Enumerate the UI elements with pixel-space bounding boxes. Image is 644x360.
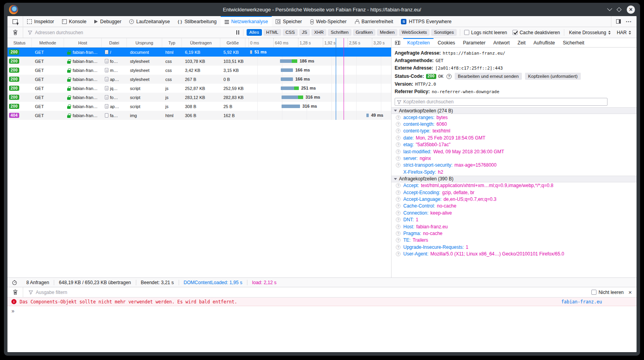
tab-barrierefreiheit[interactable]: Barrierefreiheit (351, 16, 397, 27)
raw-headers-button[interactable]: Kopfzeilen (unformatiert) (525, 73, 581, 80)
table-row[interactable]: 200GETfabian-fran…ap…scriptjs308 B25 B31… (7, 102, 391, 111)
performance-analysis-button[interactable] (7, 280, 22, 285)
har-dropdown[interactable]: HAR (617, 30, 631, 35)
tab-netzwerkanalyse[interactable]: Netzwerkanalyse (221, 16, 272, 27)
throttling-dropdown[interactable]: Keine Drosselung (569, 30, 611, 35)
maximize-button[interactable] (617, 7, 622, 12)
host-cell: fabian-fran… (64, 84, 102, 93)
help-icon[interactable]: ? (396, 136, 401, 140)
details-tab-antwort[interactable]: Antwort (489, 38, 514, 47)
help-icon[interactable]: ? (396, 156, 401, 161)
column-header-uebertragen[interactable]: Übertragen (182, 38, 220, 47)
column-header-status[interactable]: Status (7, 38, 32, 47)
status-cell: 200 (7, 84, 32, 93)
help-icon[interactable]: ? (396, 245, 401, 250)
tab-debugger[interactable]: Debugger (90, 16, 125, 27)
help-icon[interactable]: ? (396, 231, 401, 236)
status-code-row: Status-Code: 200 OK ? Bearbeiten und ern… (392, 72, 637, 81)
help-icon[interactable]: ? (396, 252, 401, 256)
load-time[interactable]: load: 2,12 s (247, 280, 281, 285)
persist-console-checkbox[interactable]: Nicht leeren (591, 290, 624, 295)
column-header-ursprung[interactable]: Ursprung (127, 38, 162, 47)
tab-konsole[interactable]: Konsole (58, 16, 90, 27)
details-tab-sicherheit[interactable]: Sicherheit (559, 38, 588, 47)
details-tab-zeit[interactable]: Zeit (514, 38, 530, 47)
help-icon[interactable]: ? (396, 183, 401, 188)
rollup-button[interactable] (607, 6, 612, 11)
pick-element-button[interactable] (7, 16, 23, 27)
column-header-host[interactable]: Host (64, 38, 102, 47)
console-filter-input[interactable] (36, 290, 591, 295)
section-header[interactable]: Anfragekopfzeilen (390 B) (392, 176, 637, 182)
help-icon[interactable]: ? (396, 129, 401, 133)
details-tab-kopfzeilen[interactable]: Kopfzeilen (403, 38, 434, 47)
details-tab-cookies[interactable]: Cookies (434, 38, 459, 47)
close-window-button[interactable]: × (627, 6, 635, 14)
method-cell: GET (32, 102, 64, 111)
column-header-methode[interactable]: Methode (32, 38, 64, 47)
filter-pill-grafiken[interactable]: Grafiken (353, 29, 375, 36)
help-icon[interactable]: ? (396, 149, 401, 154)
address-search[interactable] (23, 30, 232, 35)
help-icon[interactable]: ? (396, 217, 401, 222)
filter-pill-xhr[interactable]: XHR (311, 29, 326, 36)
headers-search-input[interactable] (403, 99, 605, 105)
more-menu-icon[interactable]: ⋯ (626, 20, 632, 24)
help-icon[interactable]: ? (396, 204, 401, 208)
help-icon[interactable]: ? (396, 190, 401, 195)
edit-resend-button[interactable]: Bearbeiten und erneut senden (455, 73, 522, 80)
help-icon[interactable]: ? (396, 238, 401, 242)
help-icon[interactable]: ? (396, 197, 401, 202)
table-row[interactable]: 200GETfabian-fran…jq…scriptjs252,87 KB25… (7, 84, 391, 93)
filter-pill-schriften[interactable]: Schriften (328, 29, 351, 36)
table-row[interactable]: 200GETfabian-fran…fo…scriptjs283,12 KB28… (7, 93, 391, 102)
clear-console-button[interactable] (7, 287, 23, 297)
filter-pill-alles[interactable]: Alles (247, 29, 262, 36)
clear-requests-button[interactable] (7, 27, 23, 38)
window-titlebar[interactable]: Entwicklerwerkzeuge - Persönliche Websei… (7, 3, 637, 16)
console-source-link[interactable]: fabian-franz.eu (561, 299, 602, 305)
console-warning-row[interactable]: ! Das Components-Objekt sollte nicht meh… (7, 298, 637, 306)
headers-search[interactable] (395, 98, 607, 106)
details-tab-parameter[interactable]: Parameter (459, 38, 489, 47)
column-header-datei[interactable]: Datei (102, 38, 127, 47)
help-icon[interactable]: ? (396, 163, 401, 167)
table-row[interactable]: 404GETfabian-fran…fa…imghtml306 B162 B49… (7, 111, 391, 120)
column-header-groesse[interactable]: Größe (220, 38, 245, 47)
tab-speicher[interactable]: Speicher (272, 16, 306, 27)
filter-pill-websockets[interactable]: WebSockets (399, 29, 430, 36)
dcl-time[interactable]: DOMContentLoaded: 1,95 s (179, 280, 247, 285)
table-row[interactable]: 200GETfabian-fran…/documenthtml6,19 KB5,… (7, 48, 391, 57)
filter-pill-css[interactable]: CSS (283, 29, 298, 36)
address-search-input[interactable] (35, 30, 232, 35)
table-row[interactable]: 200GETfabian-fran…m…stylesheetcss3,42 KB… (7, 66, 391, 75)
tab-stilbearbeitung[interactable]: { }Stilbearbeitung (174, 16, 221, 27)
console-input-line[interactable]: » (7, 306, 637, 352)
tab-laufzeitanalyse[interactable]: Laufzeitanalyse (125, 16, 174, 27)
filter-pill-medien[interactable]: Medien (377, 29, 397, 36)
console-filter-search[interactable] (23, 290, 591, 295)
persist-logs-checkbox[interactable]: Logs nicht leeren (464, 30, 507, 35)
dock-to-side-icon[interactable] (616, 19, 621, 24)
column-header-typ[interactable]: Typ (162, 38, 182, 47)
tab-https-everywhere[interactable]: SHTTPS Everywhere (397, 16, 456, 27)
filter-pill-sonstiges[interactable]: Sonstiges (431, 29, 457, 36)
help-icon[interactable]: ? (396, 142, 401, 147)
section-header[interactable]: Antwortkopfzeilen (274 B) (392, 107, 637, 114)
close-console-icon[interactable]: × (628, 289, 633, 295)
pause-recording-button[interactable] (232, 30, 243, 35)
help-icon[interactable]: ? (396, 115, 401, 120)
details-tab-aufrufliste[interactable]: Aufrufliste (530, 38, 559, 47)
filter-pill-js[interactable]: JS (299, 29, 310, 36)
help-icon[interactable]: ? (396, 224, 401, 229)
toggle-details-pane-button[interactable] (392, 38, 403, 47)
tab-web-speicher[interactable]: Web-Speicher (306, 16, 351, 27)
disable-cache-checkbox[interactable]: Cache deaktivieren (512, 30, 560, 35)
help-icon[interactable]: ? (396, 211, 401, 215)
table-row[interactable]: 200GETfabian-fran…fo…stylesheetcss103,78… (7, 57, 391, 66)
status-help-icon[interactable]: ? (446, 74, 452, 79)
filter-pill-html[interactable]: HTML (263, 29, 281, 36)
help-icon[interactable]: ? (396, 122, 401, 127)
table-row[interactable]: 200GETfabian-fran…ap…stylesheetcss267 B0… (7, 75, 391, 84)
tab-inspektor[interactable]: Inspektor (23, 16, 58, 27)
